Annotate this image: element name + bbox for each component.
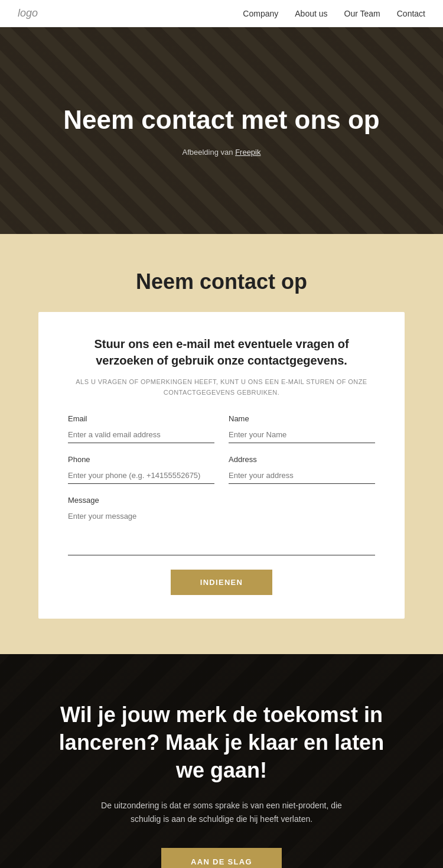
phone-label: Phone bbox=[68, 455, 214, 464]
phone-group: Phone bbox=[68, 455, 214, 484]
nav-company[interactable]: Company bbox=[243, 9, 278, 18]
message-label: Message bbox=[68, 496, 375, 505]
nav-links: Company About us Our Team Contact bbox=[243, 8, 425, 19]
message-group: Message bbox=[68, 496, 375, 555]
nav-about-us[interactable]: About us bbox=[295, 9, 327, 18]
message-input[interactable] bbox=[68, 508, 375, 555]
contact-form: Email Name Phone Address bbox=[68, 414, 375, 595]
form-card: Stuur ons een e-mail met eventuele vrage… bbox=[38, 312, 405, 619]
contact-section: Neem contact op Stuur ons een e-mail met… bbox=[0, 234, 443, 654]
name-label: Name bbox=[229, 414, 375, 423]
cta-title: Wil je jouw merk de toekomst in lanceren… bbox=[47, 701, 396, 784]
navbar: logo Company About us Our Team Contact bbox=[0, 0, 443, 27]
hero-content: Neem contact met ons op Afbeelding van F… bbox=[63, 105, 379, 157]
address-input[interactable] bbox=[229, 467, 375, 484]
phone-input[interactable] bbox=[68, 467, 214, 484]
cta-button[interactable]: AAN DE SLAG bbox=[161, 848, 282, 868]
address-label: Address bbox=[229, 455, 375, 464]
hero-section: Neem contact met ons op Afbeelding van F… bbox=[0, 27, 443, 234]
hero-title: Neem contact met ons op bbox=[63, 105, 379, 136]
name-group: Name bbox=[229, 414, 375, 443]
email-label: Email bbox=[68, 414, 214, 423]
address-group: Address bbox=[229, 455, 375, 484]
hero-caption: Afbeelding van Freepik bbox=[63, 148, 379, 157]
nav-contact[interactable]: Contact bbox=[397, 9, 425, 18]
logo: logo bbox=[18, 7, 38, 19]
name-input[interactable] bbox=[229, 427, 375, 443]
form-card-desc: ALS U VRAGEN OF OPMERKINGEN HEEFT, KUNT … bbox=[68, 377, 375, 398]
hero-caption-link[interactable]: Freepik bbox=[235, 148, 260, 157]
form-card-subtitle: Stuur ons een e-mail met eventuele vrage… bbox=[68, 336, 375, 369]
submit-button[interactable]: INDIENEN bbox=[171, 570, 273, 595]
form-row-2: Phone Address bbox=[68, 455, 375, 484]
cta-section: Wil je jouw merk de toekomst in lanceren… bbox=[0, 654, 443, 868]
cta-desc: De uitzondering is dat er soms sprake is… bbox=[97, 799, 346, 827]
nav-our-team[interactable]: Our Team bbox=[344, 9, 380, 18]
contact-section-title: Neem contact op bbox=[136, 269, 307, 294]
form-row-1: Email Name bbox=[68, 414, 375, 443]
email-input[interactable] bbox=[68, 427, 214, 443]
email-group: Email bbox=[68, 414, 214, 443]
